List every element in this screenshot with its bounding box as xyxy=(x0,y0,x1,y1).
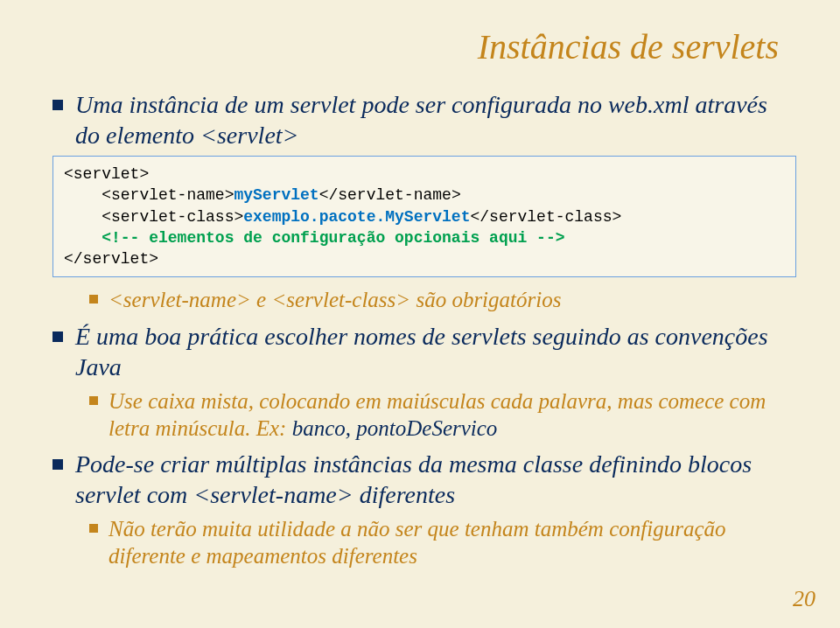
code-line: <servlet> xyxy=(64,165,149,183)
bullet-naming-practice: É uma boa prática escolher nomes de serv… xyxy=(52,321,796,382)
bullet-square-icon xyxy=(89,524,98,533)
bullet-text: Use caixa mista, colocando em maiúsculas… xyxy=(108,387,796,443)
code-keyword: myServlet xyxy=(234,186,318,204)
code-line: <servlet-class> xyxy=(64,208,243,226)
code-block: <servlet> <servlet-name>myServlet</servl… xyxy=(52,156,796,277)
code-line: </servlet-class> xyxy=(470,208,621,226)
bullet-text: Pode-se criar múltiplas instâncias da me… xyxy=(75,449,796,510)
bullet-square-icon xyxy=(52,331,63,342)
code-comment: <!-- elementos de configuração opcionais… xyxy=(64,229,565,247)
bullet-required-elements: <servlet-name> e <servlet-class> são obr… xyxy=(89,286,796,313)
bullet-configure-instance: Uma instância de um servlet pode ser con… xyxy=(52,89,796,150)
code-line: <servlet-name> xyxy=(64,186,234,204)
code-line: </servlet> xyxy=(64,250,158,268)
bullet-square-icon xyxy=(52,100,63,110)
bullet-square-icon xyxy=(89,396,98,405)
code-keyword: exemplo.pacote.MyServlet xyxy=(243,208,470,226)
bullet-text: Não terão muita utilidade a não ser que … xyxy=(108,515,796,570)
bullet-mixed-case: Use caixa mista, colocando em maiúsculas… xyxy=(89,387,796,443)
code-line: </servlet-name> xyxy=(319,186,461,204)
bullet-text: <servlet-name> e <servlet-class> são obr… xyxy=(108,286,561,313)
bullet-text: É uma boa prática escolher nomes de serv… xyxy=(75,321,796,382)
bullet-utility-note: Não terão muita utilidade a não ser que … xyxy=(89,515,796,570)
bullet-square-icon xyxy=(89,295,98,304)
page-number: 20 xyxy=(793,586,816,612)
slide-title: Instâncias de servlets xyxy=(52,26,779,67)
bullet-multiple-instances: Pode-se criar múltiplas instâncias da me… xyxy=(52,449,796,510)
bullet-square-icon xyxy=(52,459,63,470)
bullet-text: Uma instância de um servlet pode ser con… xyxy=(75,89,796,150)
bullet-example: banco, pontoDeServico xyxy=(292,416,498,440)
